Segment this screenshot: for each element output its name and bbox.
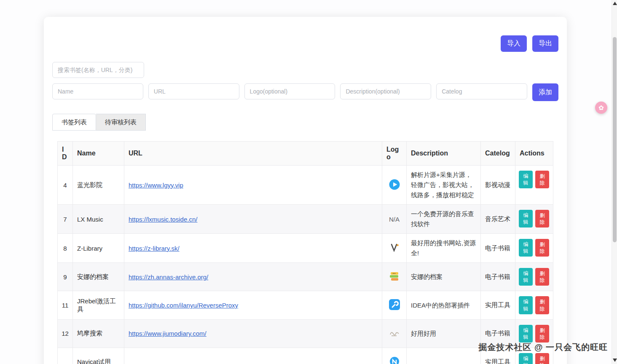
name-field[interactable] [52, 83, 143, 99]
scrollbar[interactable] [612, 0, 617, 364]
header-description: Description [407, 142, 481, 166]
cell-catelog: 电子书籍 [481, 319, 515, 348]
cell-description: 安娜的档案 [407, 263, 481, 291]
cell-description: IDEA中的热部署插件 [407, 291, 481, 319]
cell-id: 11 [58, 291, 73, 319]
cell-catelog: 电子书籍 [481, 234, 515, 263]
header-id: ID [58, 142, 73, 166]
search-input[interactable] [52, 62, 144, 78]
header-name: Name [73, 142, 124, 166]
table-row: 4 蓝光影院 https://www.lgyy.vip 解析片源+采集片源，轻微… [58, 166, 553, 205]
tabs: 书签列表 待审核列表 [52, 114, 558, 131]
delete-button[interactable]: 删除 [535, 171, 549, 188]
cell-id: 9 [58, 263, 73, 291]
table-row: 7 LX Music https://lxmusic.toside.cn/ N/… [58, 205, 553, 234]
cell-description: 解析片源+采集片源，轻微广告，影视大站，线路多，播放相对稳定 [407, 166, 481, 205]
delete-button[interactable]: 删除 [535, 268, 549, 286]
jiumo-icon [389, 331, 400, 338]
url-field[interactable] [148, 83, 239, 99]
bookmark-link[interactable]: https://www.lgyy.vip [129, 182, 183, 189]
cell-description [407, 348, 481, 364]
edit-button[interactable]: 编辑 [519, 239, 533, 257]
bookmark-link[interactable]: https://z-library.sk/ [129, 245, 180, 252]
header-catelog: Catelog [481, 142, 515, 166]
search-row [52, 62, 558, 78]
cell-catelog: 影视动漫 [481, 166, 515, 205]
table-row: 8 Z-Library https://z-library.sk/ 最好用的搜书… [58, 234, 553, 263]
cell-name: Navicat试用 [73, 348, 124, 364]
cell-catelog: 实用工具 [481, 291, 515, 319]
cell-name: 蓝光影院 [73, 166, 124, 205]
scroll-up-arrow-icon[interactable] [613, 2, 617, 5]
cell-id: 4 [58, 166, 73, 205]
cell-name: Z-Library [73, 234, 124, 263]
edit-button[interactable]: 编辑 [519, 268, 533, 286]
bookmark-link[interactable]: https://lxmusic.toside.cn/ [129, 216, 197, 223]
cell-id: 12 [58, 319, 73, 348]
tab-pending-list[interactable]: 待审核列表 [96, 114, 146, 131]
play-icon [389, 184, 400, 191]
add-button[interactable]: 添加 [532, 83, 558, 101]
bookmark-link[interactable]: https://zh.annas-archive.org/ [129, 273, 208, 281]
edit-button[interactable]: 编辑 [519, 210, 533, 228]
header-url: URL [124, 142, 382, 166]
cell-description: 好用好用 [407, 319, 481, 348]
edit-button[interactable]: 编辑 [519, 171, 533, 188]
edit-button[interactable]: 编辑 [519, 325, 533, 343]
import-button[interactable]: 导入 [501, 35, 527, 52]
cell-name: LX Music [73, 205, 124, 234]
table-row: Navicat试用 实用工具 编辑 删除 [58, 348, 553, 364]
cell-name: JRebel激活工具 [73, 291, 124, 319]
bookmark-link[interactable]: https://www.jiumodiary.com/ [129, 330, 207, 337]
tab-bookmark-list[interactable]: 书签列表 [52, 114, 96, 131]
bookmark-link[interactable]: https://github.com/ilanyu/ReverseProxy [129, 302, 238, 309]
wrench-icon [389, 304, 400, 311]
cell-id [58, 348, 73, 364]
add-bookmark-form: 添加 [52, 83, 558, 101]
description-field[interactable] [340, 83, 431, 99]
header-logo: Logo [382, 142, 407, 166]
table-row: 9 安娜的档案 https://zh.annas-archive.org/ 安娜… [58, 263, 553, 291]
delete-button[interactable]: 删除 [535, 210, 549, 228]
cell-description: 最好用的搜书网站,资源全! [407, 234, 481, 263]
delete-button[interactable]: 删除 [535, 353, 549, 364]
cell-name: 安娜的档案 [73, 263, 124, 291]
edit-button[interactable]: 编辑 [519, 353, 533, 364]
cell-name: 鸠摩搜索 [73, 319, 124, 348]
header-actions: Actions [515, 142, 553, 166]
delete-button[interactable]: 删除 [535, 296, 549, 314]
annas-archive-icon [389, 275, 400, 282]
table-row: 11 JRebel激活工具 https://github.com/ilanyu/… [58, 291, 553, 319]
edit-button[interactable]: 编辑 [519, 296, 533, 314]
delete-button[interactable]: 删除 [535, 239, 549, 257]
navicat-icon [389, 361, 400, 364]
bookmark-manager-card: 导入 导出 添加 书签列表 待审核列表 ID Name URL L [44, 17, 567, 364]
logo-text: N/A [389, 216, 400, 223]
cell-catelog: 音乐艺术 [481, 205, 515, 234]
z-library-icon [389, 246, 400, 254]
cell-description: 一个免费开源的音乐查找软件 [407, 205, 481, 234]
floating-theme-button[interactable]: ✿ [595, 102, 607, 114]
delete-button[interactable]: 删除 [535, 325, 549, 343]
scroll-down-arrow-icon[interactable] [613, 359, 617, 362]
logo-field[interactable] [244, 83, 335, 99]
catelog-field[interactable] [436, 83, 527, 99]
cell-catelog: 实用工具 [481, 348, 515, 364]
table-header-row: ID Name URL Logo Description Catelog Act… [58, 142, 553, 166]
bookmark-table: ID Name URL Logo Description Catelog Act… [57, 141, 553, 364]
top-actions: 导入 导出 [52, 35, 558, 52]
cell-id: 8 [58, 234, 73, 263]
export-button[interactable]: 导出 [532, 35, 558, 52]
scrollbar-thumb[interactable] [613, 37, 617, 242]
cell-id: 7 [58, 205, 73, 234]
table-row: 12 鸠摩搜索 https://www.jiumodiary.com/ 好用好用… [58, 319, 553, 348]
cell-catelog: 电子书籍 [481, 263, 515, 291]
flower-icon: ✿ [598, 104, 604, 112]
